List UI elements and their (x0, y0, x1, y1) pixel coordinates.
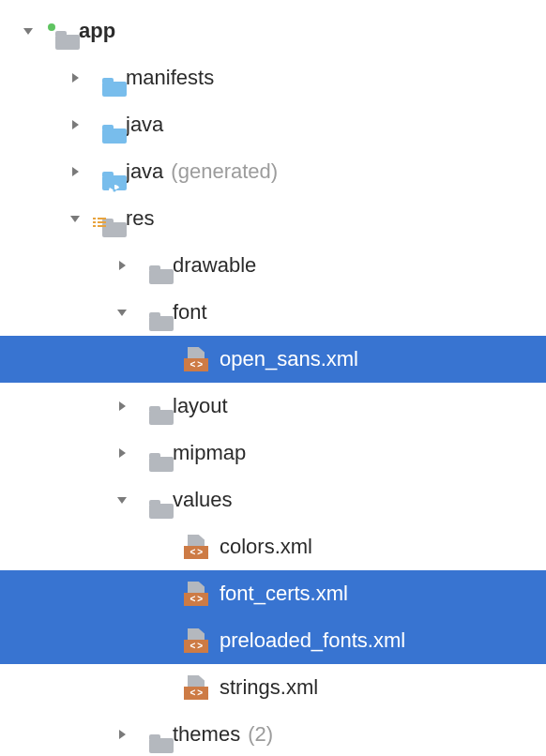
tree-item-suffix: (generated) (171, 159, 278, 184)
svg-marker-14 (119, 401, 126, 411)
tree-item-label: colors.xml (220, 535, 312, 559)
tree-item-label: strings.xml (220, 675, 318, 700)
svg-rect-9 (98, 221, 106, 223)
tree-row[interactable]: < >font_certs.xml (0, 570, 546, 617)
svg-marker-16 (117, 497, 127, 504)
svg-point-4 (113, 189, 115, 191)
tree-row[interactable]: java (0, 101, 546, 148)
xml-file-icon: < > (184, 535, 208, 559)
xml-file-icon: < > (184, 675, 208, 700)
tree-row[interactable]: java(generated) (0, 148, 546, 195)
chevron-down-icon[interactable] (111, 489, 133, 511)
folder-grey-icon (135, 486, 163, 514)
svg-rect-10 (93, 225, 96, 227)
chevron-right-icon[interactable] (111, 442, 133, 464)
folder-grey-icon (135, 720, 163, 748)
svg-marker-13 (117, 310, 127, 316)
chevron-down-icon[interactable] (64, 207, 86, 230)
tree-row[interactable]: res (0, 195, 546, 242)
xml-icon: < > (182, 673, 210, 702)
tree-row[interactable]: layout (0, 383, 546, 430)
tree-item-label: mipmap (173, 441, 246, 465)
svg-rect-8 (93, 221, 96, 223)
folder-blue-icon (88, 64, 116, 92)
project-tree: appmanifestsjavajava(generated)resdrawab… (0, 0, 546, 756)
svg-marker-0 (23, 28, 33, 35)
chevron-right-icon[interactable] (64, 113, 86, 136)
folder-grey-icon (135, 298, 163, 326)
svg-marker-2 (72, 120, 79, 129)
xml-icon: < > (182, 345, 210, 373)
chevron-right-icon[interactable] (64, 160, 86, 183)
chevron-down-icon[interactable] (17, 20, 39, 42)
folder-blue-icon (88, 111, 116, 139)
svg-rect-6 (93, 218, 96, 219)
tree-item-suffix: (2) (248, 722, 273, 747)
tree-row[interactable]: font (0, 289, 546, 336)
tree-item-label: manifests (126, 66, 214, 90)
xml-icon: < > (182, 580, 210, 608)
svg-marker-3 (72, 167, 79, 176)
svg-marker-5 (70, 216, 80, 222)
tree-row[interactable]: manifests (0, 54, 546, 101)
tree-item-label: open_sans.xml (220, 347, 358, 371)
tree-row[interactable]: themes(2) (0, 711, 546, 756)
svg-marker-12 (119, 261, 126, 270)
xml-file-icon: < > (184, 582, 208, 606)
tree-item-label: java (126, 159, 163, 184)
tree-row[interactable]: drawable (0, 242, 546, 289)
tree-row[interactable]: mipmap (0, 430, 546, 476)
tree-row[interactable]: < >open_sans.xml (0, 336, 546, 383)
chevron-right-icon[interactable] (111, 254, 133, 277)
tree-item-label: java (126, 113, 163, 137)
tree-row[interactable]: < >colors.xml (0, 523, 546, 570)
svg-marker-15 (119, 448, 126, 458)
tree-item-label: drawable (173, 253, 256, 278)
folder-grey-icon (135, 251, 163, 280)
svg-rect-11 (98, 225, 106, 227)
tree-row[interactable]: < >strings.xml (0, 664, 546, 711)
tree-row[interactable]: app (0, 8, 546, 54)
xml-file-icon: < > (184, 347, 208, 371)
tree-row[interactable]: < >preloaded_fonts.xml (0, 617, 546, 664)
xml-icon: < > (182, 627, 210, 655)
svg-rect-7 (98, 218, 106, 219)
tree-row[interactable]: values (0, 476, 546, 523)
chevron-right-icon[interactable] (111, 395, 133, 417)
folder-grey-icon (135, 439, 163, 467)
svg-marker-17 (119, 730, 126, 739)
tree-item-label: app (79, 19, 115, 43)
tree-item-label: values (173, 488, 233, 512)
xml-icon: < > (182, 533, 210, 561)
chevron-right-icon[interactable] (111, 723, 133, 746)
tree-item-label: font (173, 300, 207, 325)
tree-item-label: layout (173, 394, 228, 418)
folder-res-icon (88, 204, 116, 233)
folder-grey-icon (135, 392, 163, 420)
chevron-right-icon[interactable] (64, 67, 86, 89)
tree-item-label: preloaded_fonts.xml (220, 628, 405, 653)
folder-gen-icon (88, 158, 116, 186)
xml-file-icon: < > (184, 628, 208, 653)
chevron-down-icon[interactable] (111, 301, 133, 324)
svg-marker-1 (72, 73, 79, 83)
tree-item-label: themes (173, 722, 240, 747)
folder-app-icon (41, 17, 69, 45)
tree-item-label: res (126, 206, 155, 231)
tree-item-label: font_certs.xml (220, 582, 348, 606)
